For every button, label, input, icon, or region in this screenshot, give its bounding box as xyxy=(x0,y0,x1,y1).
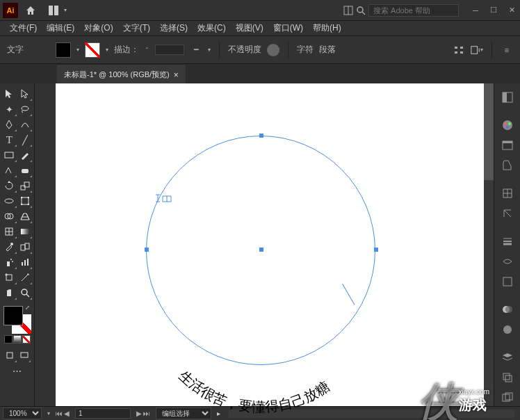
fill-stroke-control[interactable]: ⤢ xyxy=(3,306,31,334)
slice-tool[interactable] xyxy=(17,270,33,285)
character-link[interactable]: 字符 xyxy=(297,44,314,56)
screen-mode-icon[interactable] xyxy=(17,348,32,363)
path-text[interactable]: 生活很苦，要懂得自己放糖 xyxy=(146,189,375,419)
align-icon[interactable] xyxy=(453,44,465,56)
symbols-panel-icon[interactable] xyxy=(498,205,517,223)
libraries-panel-icon[interactable] xyxy=(498,137,517,154)
direct-selection-tool[interactable] xyxy=(17,86,33,102)
symbol-sprayer-tool[interactable] xyxy=(1,255,17,270)
close-button[interactable]: ✕ xyxy=(506,5,517,16)
appearance-panel-icon[interactable] xyxy=(498,321,517,338)
rectangle-tool[interactable] xyxy=(1,147,17,163)
svg-point-61 xyxy=(505,306,512,313)
svg-rect-12 xyxy=(5,152,13,158)
document-tab[interactable]: 未标题-1* @ 100% (RGB/预览) × xyxy=(57,65,186,83)
edit-toolbar-icon[interactable]: ⋯ xyxy=(3,363,31,378)
gradient-panel-icon[interactable] xyxy=(498,253,517,270)
svg-point-62 xyxy=(503,325,512,334)
layers-panel-icon[interactable] xyxy=(498,348,517,366)
rotate-tool[interactable] xyxy=(1,178,17,193)
asset-export-panel-icon[interactable] xyxy=(498,369,517,386)
blend-tool[interactable] xyxy=(17,239,33,255)
paintbrush-tool[interactable] xyxy=(17,147,33,163)
menu-object[interactable]: 对象(O) xyxy=(80,21,117,35)
stroke-weight-stepper[interactable]: ⌃ xyxy=(145,47,149,53)
artboards-panel-icon[interactable] xyxy=(498,389,517,406)
zoom-select[interactable]: 100% xyxy=(3,407,42,419)
svg-rect-35 xyxy=(24,260,26,266)
svg-rect-9 xyxy=(460,51,463,54)
zoom-tool[interactable] xyxy=(17,285,33,300)
canvas[interactable]: 生活很苦，要懂得自己放糖 xyxy=(56,83,484,406)
search-icon xyxy=(356,6,366,15)
fill-color[interactable] xyxy=(3,306,23,325)
hand-tool[interactable] xyxy=(1,285,17,300)
align-panel-icon[interactable] xyxy=(498,273,517,290)
tab-close-button[interactable]: × xyxy=(174,70,179,80)
prev-artboard-button[interactable]: ◀ xyxy=(64,410,70,417)
mesh-tool[interactable] xyxy=(1,224,17,239)
opacity-label[interactable]: 不透明度 xyxy=(228,44,261,56)
layout-switcher[interactable]: ▾ xyxy=(49,6,67,15)
pen-tool[interactable] xyxy=(1,117,17,132)
menu-edit[interactable]: 编辑(E) xyxy=(42,21,79,35)
vstroke-icon[interactable]: ━ xyxy=(190,44,202,56)
panel-dock xyxy=(494,83,520,406)
menu-window[interactable]: 窗口(W) xyxy=(269,21,307,35)
maximize-button[interactable]: ☐ xyxy=(488,5,499,16)
anchor-point[interactable] xyxy=(259,134,263,138)
magic-wand-tool[interactable]: ✦ xyxy=(1,102,17,117)
lasso-tool[interactable] xyxy=(17,102,33,117)
shaper-tool[interactable] xyxy=(1,163,17,178)
swatches-panel-icon[interactable] xyxy=(498,157,517,175)
perspective-tool[interactable] xyxy=(17,209,33,224)
transparency-panel-icon[interactable] xyxy=(498,300,517,318)
first-artboard-button[interactable]: ⏮ xyxy=(56,410,63,417)
line-tool[interactable]: ╱ xyxy=(17,132,33,147)
home-icon[interactable] xyxy=(24,3,38,17)
svg-rect-64 xyxy=(505,375,512,382)
swap-fill-stroke-icon[interactable]: ⤢ xyxy=(25,305,30,311)
minimize-button[interactable]: ─ xyxy=(470,5,481,16)
svg-rect-59 xyxy=(503,277,512,286)
next-artboard-button[interactable]: ▶ xyxy=(136,410,142,417)
panel-menu-icon[interactable]: ≡ xyxy=(501,44,513,56)
gradient-tool[interactable] xyxy=(17,224,33,239)
properties-panel-icon[interactable] xyxy=(498,89,517,106)
color-mode-icon[interactable] xyxy=(4,335,13,344)
fill-swatch[interactable] xyxy=(56,42,71,58)
graph-tool[interactable] xyxy=(17,255,33,270)
stroke-swatch[interactable] xyxy=(85,42,100,58)
menu-type[interactable]: 文字(T) xyxy=(119,21,154,35)
eraser-tool[interactable] xyxy=(17,163,33,178)
free-transform-tool[interactable] xyxy=(17,193,33,209)
svg-rect-7 xyxy=(460,47,463,49)
width-tool[interactable] xyxy=(1,193,17,209)
stroke-panel-icon[interactable] xyxy=(498,233,517,250)
scale-tool[interactable] xyxy=(17,178,33,193)
menu-file[interactable]: 文件(F) xyxy=(6,21,41,35)
paragraph-link[interactable]: 段落 xyxy=(319,44,336,56)
menu-view[interactable]: 视图(V) xyxy=(231,21,268,35)
search-input[interactable] xyxy=(368,4,459,17)
stroke-weight-input[interactable] xyxy=(155,45,184,55)
artboard-tool[interactable] xyxy=(1,270,17,285)
draw-mode-icon[interactable] xyxy=(3,348,17,363)
none-mode-icon[interactable] xyxy=(22,335,31,344)
artboard-input[interactable] xyxy=(75,408,131,419)
brushes-panel-icon[interactable] xyxy=(498,185,517,202)
menu-help[interactable]: 帮助(H) xyxy=(309,21,346,35)
eyedropper-tool[interactable] xyxy=(1,239,17,255)
selection-tool[interactable] xyxy=(1,86,17,102)
color-panel-icon[interactable] xyxy=(498,117,517,134)
vertical-scrollbar[interactable] xyxy=(484,83,494,406)
curvature-tool[interactable] xyxy=(17,117,33,132)
gradient-mode-icon[interactable] xyxy=(13,335,22,344)
arrange-docs-icon[interactable] xyxy=(343,6,353,15)
style-button[interactable] xyxy=(267,44,279,56)
transform-icon[interactable]: ▾ xyxy=(471,44,483,56)
shape-builder-tool[interactable] xyxy=(1,209,17,224)
menu-effect[interactable]: 效果(C) xyxy=(193,21,230,35)
type-tool[interactable]: T xyxy=(1,132,17,147)
menu-select[interactable]: 选择(S) xyxy=(156,21,192,35)
